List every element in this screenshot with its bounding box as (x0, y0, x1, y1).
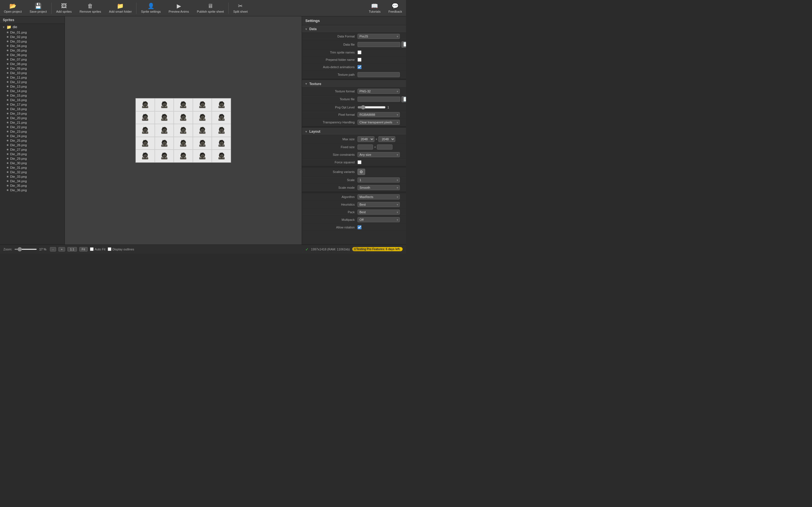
auto-fit-checkbox[interactable] (90, 247, 94, 251)
sprite-row[interactable]: Die_29.png (0, 156, 64, 161)
sprite-row[interactable]: Die_17.png (0, 102, 64, 107)
sprite-row[interactable]: Die_03.png (0, 39, 64, 44)
scale-mode-select[interactable]: Smooth (357, 185, 400, 190)
sprite-row[interactable]: Die_05.png (0, 48, 64, 53)
row-texture-file: Texture file 📄 (302, 95, 406, 104)
toolbar-add-smart-folder[interactable]: 📁 Add smart folder (105, 2, 136, 14)
transparency-handling-select[interactable]: Clear transparent pixels (357, 120, 400, 125)
sprite-row[interactable]: Die_01.png (0, 30, 64, 35)
max-size-w-select[interactable]: 2048 (357, 136, 374, 142)
zoom-slider[interactable] (14, 249, 37, 250)
sprite-row[interactable]: Die_20.png (0, 116, 64, 120)
toolbar-preview-anims[interactable]: ▶ Preview Anims (165, 2, 193, 14)
sprite-figure-4: 🧟 (199, 101, 206, 108)
sprite-row[interactable]: Die_12.png (0, 80, 64, 84)
section-data[interactable]: ▼ Data (302, 25, 406, 33)
force-squared-checkbox[interactable] (357, 160, 361, 164)
multipack-select[interactable]: Off (357, 217, 400, 222)
sprite-row[interactable]: Die_23.png (0, 129, 64, 134)
sprite-row[interactable]: Die_32.png (0, 170, 64, 174)
sprite-row[interactable]: Die_08.png (0, 62, 64, 66)
sprite-row[interactable]: Die_04.png (0, 44, 64, 48)
toolbar-add-sprites[interactable]: 🖼 Add sprites (52, 2, 75, 14)
toolbar-open-project[interactable]: 📂 Open project (0, 2, 26, 14)
toolbar-feedback[interactable]: 💬 Feedback (385, 2, 406, 14)
data-format-select[interactable]: PixiJS (357, 34, 400, 39)
toolbar-save-project[interactable]: 💾 Save project (26, 2, 51, 14)
toolbar-remove-sprites[interactable]: 🗑 Remove sprites (75, 2, 105, 14)
sprite-row[interactable]: Die_25.png (0, 138, 64, 143)
sprite-row[interactable]: Die_13.png (0, 84, 64, 89)
data-file-input[interactable] (357, 42, 400, 47)
zoom-fit-button[interactable]: Fit (79, 247, 88, 251)
png-opt-level-slider[interactable] (357, 105, 386, 110)
texture-path-input[interactable] (357, 72, 400, 77)
pack-select[interactable]: Best (357, 210, 400, 215)
pixel-format-select[interactable]: RGBA8888 (357, 112, 400, 117)
texture-file-input[interactable] (357, 97, 400, 102)
sprite-cell-24: 🧟 (193, 150, 212, 163)
sprite-row[interactable]: Die_10.png (0, 71, 64, 75)
sprite-row[interactable]: Die_26.png (0, 143, 64, 147)
data-file-browse-button[interactable]: 📄 (402, 41, 406, 48)
sprite-row[interactable]: Die_18.png (0, 107, 64, 111)
sprite-row[interactable]: Die_24.png (0, 134, 64, 138)
sprite-row[interactable]: Die_34.png (0, 179, 64, 183)
sprite-figure-9: 🧟 (199, 114, 206, 121)
sprite-row[interactable]: Die_11.png (0, 75, 64, 80)
sprite-cell-4: 🧟 (193, 98, 212, 111)
size-constraints-select[interactable]: Any size (357, 152, 400, 157)
fixed-size-h-input[interactable] (377, 145, 393, 150)
canvas-area[interactable]: 🧟 🧟 🧟 🧟 🧟 🧟 🧟 🧟 🧟 🧟 🧟 🧟 🧟 🧟 🧟 🧟 🧟 🧟 🧟 🧟 … (65, 16, 302, 244)
display-outlines-checkbox[interactable] (108, 247, 111, 251)
sprite-dot (7, 113, 8, 114)
sprite-row[interactable]: Die_06.png (0, 53, 64, 57)
scale-mode-select-wrapper: Smooth (357, 185, 400, 190)
sprite-row[interactable]: Die_02.png (0, 35, 64, 39)
toolbar-split-sheet[interactable]: ✂ Split sheet (229, 2, 252, 14)
sprite-figure-11: 🧟 (141, 127, 149, 134)
sprite-row[interactable]: Die_21.png (0, 120, 64, 125)
sprite-row[interactable]: Die_07.png (0, 57, 64, 62)
max-size-h-select[interactable]: 2048 (378, 136, 395, 142)
zoom-1to1-button[interactable]: 1:1 (67, 247, 77, 251)
sprite-row[interactable]: Die_09.png (0, 66, 64, 71)
section-layout[interactable]: ▼ Layout (302, 128, 406, 135)
sprite-row[interactable]: Die_31.png (0, 165, 64, 170)
texture-file-browse-button[interactable]: 📄 (402, 96, 406, 103)
trim-sprite-names-checkbox[interactable] (357, 50, 361, 54)
sprite-row[interactable]: Die_22.png (0, 125, 64, 129)
texture-format-select[interactable]: PNG-32 (357, 89, 400, 94)
fixed-size-w-input[interactable] (357, 145, 373, 150)
prepend-folder-name-checkbox[interactable] (357, 58, 361, 62)
sprite-row[interactable]: Die_16.png (0, 98, 64, 102)
max-size-h-select-wrapper: 2048 (378, 136, 395, 142)
sprite-row[interactable]: Die_30.png (0, 161, 64, 165)
sprite-row[interactable]: Die_33.png (0, 174, 64, 179)
sprite-row[interactable]: Die_28.png (0, 152, 64, 156)
sprite-row[interactable]: Die_15.png (0, 93, 64, 98)
toolbar-preview-anims-label: Preview Anims (168, 10, 189, 13)
auto-detect-animations-checkbox[interactable] (357, 65, 361, 69)
preview-anims-icon: ▶ (177, 3, 181, 9)
sprite-row[interactable]: Die_14.png (0, 89, 64, 93)
algorithm-select[interactable]: MaxRects (357, 194, 400, 200)
section-texture[interactable]: ▼ Texture (302, 80, 406, 88)
sprite-row[interactable]: Die_36.png (0, 188, 64, 192)
toolbar-sprite-settings[interactable]: 👤 Sprite settings (137, 2, 165, 14)
zoom-plus-button[interactable]: + (58, 247, 65, 251)
scale-select[interactable]: 1 (357, 177, 400, 182)
folder-row-die[interactable]: ▼ 📁 die (0, 24, 64, 30)
data-format-label: Data Format (305, 35, 357, 38)
sprite-row[interactable]: Die_19.png (0, 111, 64, 116)
sprite-row[interactable]: Die_35.png (0, 183, 64, 188)
sprite-dot (7, 180, 8, 182)
allow-rotation-control (357, 225, 403, 229)
toolbar-publish-sprite-sheet[interactable]: 🖥 Publish sprite sheet (193, 2, 228, 14)
zoom-minus-button[interactable]: - (50, 247, 56, 251)
allow-rotation-checkbox[interactable] (357, 225, 361, 229)
sprite-row[interactable]: Die_27.png (0, 147, 64, 152)
toolbar-tutorials[interactable]: 📖 Tutorials (365, 2, 385, 14)
scaling-variants-gear-button[interactable]: ⚙ (357, 169, 365, 175)
heuristics-select[interactable]: Best (357, 202, 400, 207)
